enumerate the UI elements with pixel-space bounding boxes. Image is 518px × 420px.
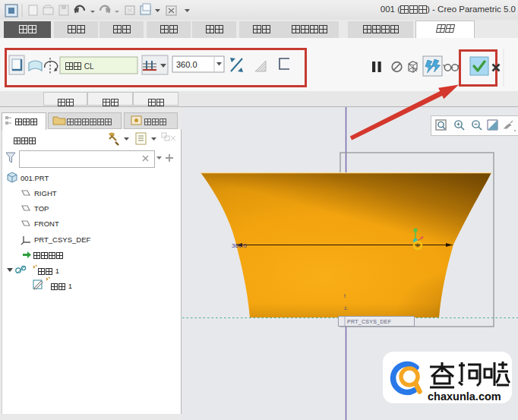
svg-text:360.0: 360.0 [232, 242, 248, 249]
svg-text:PRT_CSYS_DEF: PRT_CSYS_DEF [347, 319, 391, 325]
svg-text:z.: z. [344, 305, 349, 311]
svg-text:360.0: 360.0 [176, 60, 197, 69]
svg-text:t: t [344, 293, 346, 298]
